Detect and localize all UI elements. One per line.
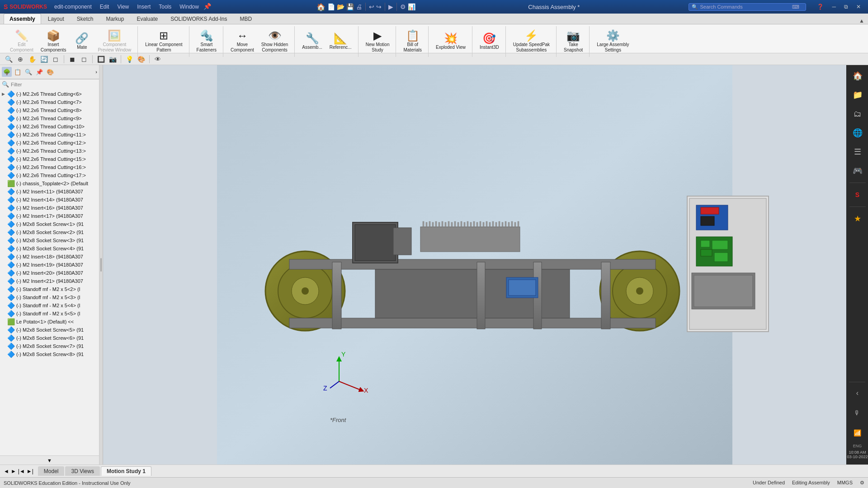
last-tab-btn[interactable]: ►| — [27, 468, 33, 474]
menu-window[interactable]: Window — [176, 3, 203, 11]
large-assembly-settings-button[interactable]: ⚙️ Large AssemblySettings — [594, 26, 632, 57]
chart-icon[interactable]: 📊 — [408, 3, 415, 10]
tree-item[interactable]: 🔷 (-) Standoff mf - M2 x 5<4> (I — [0, 301, 99, 310]
game-btn[interactable]: 🎮 — [849, 162, 867, 180]
menu-tools[interactable]: Tools — [155, 3, 175, 11]
wifi-btn[interactable]: 📶 — [848, 424, 866, 442]
next-tab-btn[interactable]: ► — [11, 468, 16, 474]
new-motion-study-button[interactable]: ▶ New MotionStudy — [363, 26, 392, 57]
tab-model[interactable]: Model — [38, 466, 65, 476]
ribbon-collapse-icon[interactable]: ▲ — [859, 18, 864, 24]
tree-item[interactable]: 🔷 (-) M2 Insert<20> (94180A307 — [0, 269, 99, 277]
bill-of-materials-button[interactable]: 📋 Bill ofMaterials — [401, 26, 425, 57]
menu-pin[interactable]: 📌 — [203, 3, 211, 11]
tree-item[interactable]: 🔷 (-) M2.2x6 Thread Cutting<15:> — [0, 155, 99, 163]
tree-item[interactable]: 🔷 (-) M2 Insert<17> (94180A307 — [0, 212, 99, 220]
linear-pattern-button[interactable]: ⊞ Linear ComponentPattern — [142, 26, 185, 57]
tree-item[interactable]: 🔷 (-) Standoff mf - M2 x 5<2> (I — [0, 285, 99, 293]
tree-item[interactable]: 🔷 (-) M2.2x6 Thread Cutting<10> — [0, 122, 99, 131]
tree-item[interactable]: 🔷 (-) M2.2x6 Thread Cutting<11:> — [0, 131, 99, 139]
tree-item[interactable]: 🔷 (-) M2.2x6 Thread Cutting<17:> — [0, 171, 99, 179]
reference-button[interactable]: 📐 Referenc... — [327, 26, 354, 57]
expand-sidebar-btn[interactable]: › — [95, 69, 97, 75]
list-btn[interactable]: ☰ — [849, 143, 867, 161]
tab-markup[interactable]: Markup — [100, 14, 130, 24]
tab-evaluate[interactable]: Evaluate — [131, 14, 164, 24]
first-tab-btn[interactable]: |◄ — [18, 468, 25, 474]
sidebar-scroll-down[interactable]: ▼ — [0, 455, 99, 465]
tree-item[interactable]: 🔷 (-) Standoff mf - M2 x 5<5> (I — [0, 310, 99, 318]
tree-item[interactable]: 🔷 (-) M2x8 Socket Screw<8> (91 — [0, 350, 99, 358]
tree-item[interactable]: 🔷 (-) M2 Insert<16> (94180A307 — [0, 204, 99, 212]
tree-item[interactable]: 🔷 (-) M2x8 Socket Screw<6> (91 — [0, 334, 99, 342]
mic-btn[interactable]: 🎙 — [848, 404, 866, 422]
undo-icon[interactable]: ↩ — [369, 3, 374, 10]
update-speedpak-button[interactable]: ⚡ Update SpeedPakSubassemblies — [510, 26, 552, 57]
home-icon[interactable]: 🏠 — [316, 3, 326, 11]
config-manager-tab[interactable]: 🔍 — [24, 67, 33, 77]
new-doc-icon[interactable]: 📄 — [327, 3, 335, 10]
tree-item[interactable]: 🔷 (-) M2x8 Socket Screw<7> (91 — [0, 342, 99, 350]
tree-item[interactable]: 🔷 (-) M2x8 Socket Screw<4> (91 — [0, 244, 99, 253]
menu-file[interactable]: edit-component — [51, 3, 95, 11]
exploded-view-button[interactable]: 💥 Exploded View — [433, 26, 468, 57]
close-button[interactable]: ✕ — [853, 3, 864, 11]
tree-item[interactable]: 🔷 (-) M2.2x6 Thread Cutting<12:> — [0, 139, 99, 147]
tree-item[interactable]: 🔷 (-) M2.2x6 Thread Cutting<16:> — [0, 163, 99, 171]
status-rebuild-icon[interactable]: ⚙ — [860, 480, 864, 486]
print-icon[interactable]: 🖨 — [356, 3, 362, 10]
layers-btn[interactable]: 🗂 — [849, 105, 867, 123]
options-icon[interactable]: ⚙ — [400, 3, 406, 10]
move-component-button[interactable]: ↔️ MoveComponent — [228, 26, 257, 57]
edit-component-button[interactable]: ✏️ EditComponent — [7, 26, 36, 57]
select-icon[interactable]: ▶ — [388, 3, 393, 10]
sidebar-resize-handle[interactable] — [99, 65, 103, 465]
tab-motion-study-1[interactable]: Motion Study 1 — [101, 466, 151, 476]
tab-solidworks-addins[interactable]: SOLIDWORKS Add-Ins — [165, 14, 233, 24]
tree-item[interactable]: 🔷 (-) M2 Insert<11> (94180A307 — [0, 188, 99, 196]
star-btn[interactable]: ★ — [849, 210, 867, 228]
tab-layout[interactable]: Layout — [42, 14, 70, 24]
take-snapshot-button[interactable]: 📷 TakeSnapshot — [561, 26, 585, 57]
menu-view[interactable]: View — [113, 3, 132, 11]
feature-manager-tab[interactable]: 🌳 — [2, 67, 12, 77]
tree-item[interactable]: 🔷 (-) M2x8 Socket Screw<1> (91 — [0, 220, 99, 228]
tree-item[interactable]: 🔷 (-) M2x8 Socket Screw<2> (91 — [0, 228, 99, 236]
tree-item[interactable]: 🟩 (-) chassis_Topplate<2> (Default — [0, 179, 99, 188]
display-style-btn[interactable]: ◼ — [67, 54, 77, 64]
open-icon[interactable]: 📂 — [337, 3, 344, 10]
assembly-button[interactable]: 🔧 Assemb... — [299, 26, 325, 57]
help-icon[interactable]: ❓ — [813, 3, 827, 11]
dim-xpert-tab[interactable]: 📌 — [34, 67, 44, 77]
prev-tab-btn[interactable]: ◄ — [4, 468, 9, 474]
tree-item[interactable]: 🔷 (-) M2 Insert<18> (94180A307 — [0, 253, 99, 261]
menu-insert[interactable]: Insert — [133, 3, 154, 11]
appearance-btn[interactable]: 🎨 — [136, 54, 146, 64]
property-manager-tab[interactable]: 📋 — [13, 67, 23, 77]
smart-fasteners-button[interactable]: 🔩 SmartFasteners — [194, 26, 219, 57]
search-box[interactable]: 🔍 ⌨ — [689, 3, 806, 11]
show-hidden-button[interactable]: 👁️ Show HiddenComponents — [259, 26, 291, 57]
redo-icon[interactable]: ↪ — [376, 3, 382, 10]
viewport[interactable]: Y X Z *Front — [103, 65, 846, 465]
collapse-left-btn[interactable]: ‹ — [848, 384, 866, 402]
tree-item[interactable]: 🔷 (-) M2.2x6 Thread Cutting<9> — [0, 114, 99, 122]
tree-item[interactable]: 🔷 (-) M2.2x6 Thread Cutting<8> — [0, 106, 99, 114]
browser-btn[interactable]: 🌐 — [849, 124, 867, 142]
tab-mbd[interactable]: MBD — [234, 14, 258, 24]
menu-edit[interactable]: Edit — [96, 3, 113, 11]
instant3d-button[interactable]: 🎯 Instant3D — [477, 26, 502, 57]
tree-item[interactable]: 🔷 (-) M2.2x6 Thread Cutting<13:> — [0, 147, 99, 155]
view-orient-btn[interactable]: ◻ — [51, 54, 61, 64]
tab-sketch[interactable]: Sketch — [71, 14, 99, 24]
mate-button[interactable]: 🔗 Mate — [71, 26, 93, 57]
tree-item[interactable]: 🔷 (-) M2 Insert<19> (94180A307 — [0, 261, 99, 269]
folder-btn[interactable]: 📁 — [849, 86, 867, 104]
filter-input[interactable] — [11, 82, 97, 87]
tab-assembly[interactable]: Assembly — [4, 14, 41, 24]
search-input[interactable] — [700, 4, 790, 9]
display-manager-tab[interactable]: 🎨 — [45, 67, 55, 77]
tree-item[interactable]: 🔷 (-) M2x8 Socket Screw<3> (91 — [0, 236, 99, 244]
tree-item[interactable]: 🔷 (-) M2 Insert<21> (94180A307 — [0, 277, 99, 285]
tree-item[interactable]: 🔷 (-) M2.2x6 Thread Cutting<7> — [0, 98, 99, 106]
